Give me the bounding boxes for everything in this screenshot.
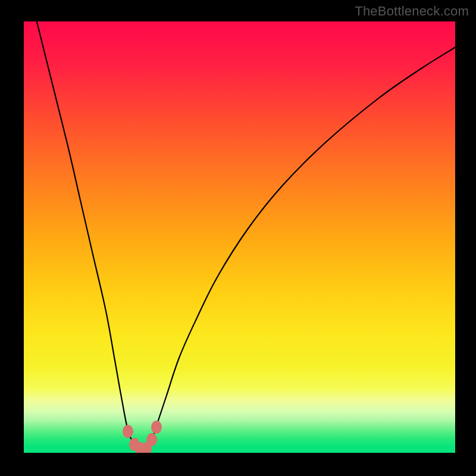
marker-layer [24,21,455,453]
app-root: TheBottleneck.com [0,0,476,476]
data-marker [146,433,157,446]
data-marker [151,421,162,434]
data-marker [123,425,133,438]
plot-area [24,21,455,453]
watermark-text: TheBottleneck.com [355,4,469,19]
